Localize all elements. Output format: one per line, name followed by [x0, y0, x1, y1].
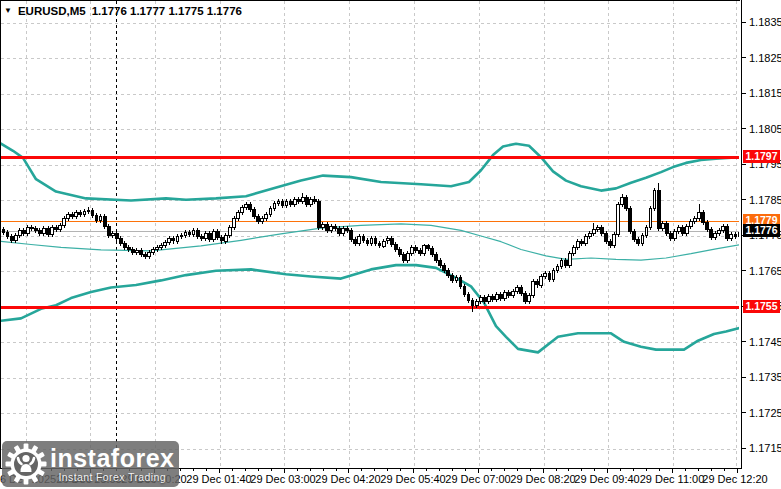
price-chart-canvas[interactable] [1, 1, 739, 468]
candle-body [204, 234, 207, 238]
candle-body [613, 234, 616, 246]
candle-body [59, 225, 62, 229]
candle-body [123, 243, 126, 247]
candle-body [714, 234, 717, 238]
candle-body [18, 231, 21, 236]
time-minor-tick [245, 469, 246, 471]
candle-body [528, 296, 531, 302]
candle-body [702, 213, 705, 223]
candle-body [6, 233, 9, 237]
time-minor-tick [685, 469, 686, 471]
candle-body [253, 209, 256, 216]
candle-body [738, 233, 739, 237]
candle-body [127, 247, 130, 249]
candle-body [366, 240, 369, 244]
candle-body [694, 218, 697, 222]
candle-body [673, 232, 676, 239]
candle-body [39, 231, 42, 234]
candle-body [483, 298, 486, 302]
price-tick [742, 270, 746, 271]
candle-body [277, 201, 280, 203]
time-minor-tick [491, 469, 492, 471]
candle-body [229, 227, 232, 235]
candle-body [572, 247, 575, 253]
candle-body [257, 217, 260, 222]
brand-tagline: Instant Forex Trading [58, 471, 166, 483]
price-tick [742, 199, 746, 200]
candle-body [168, 239, 171, 243]
candle-body [309, 200, 312, 204]
price-tick [742, 57, 746, 58]
candle-body [330, 226, 333, 231]
candle-body [653, 191, 656, 209]
chart-plot-area[interactable] [0, 0, 740, 468]
candle-body [132, 250, 135, 253]
candle-body [475, 301, 478, 305]
symbol-period-label: EURUSD,M5 [18, 5, 86, 17]
candle-body [536, 281, 539, 285]
price-tick [742, 377, 746, 378]
time-axis-label: 29 Dec 04:20 [315, 473, 380, 485]
time-minor-tick [659, 469, 660, 471]
price-tick-label: 1.1785 [749, 194, 781, 206]
price-tick-label: 1.1715 [749, 442, 781, 454]
candle-body [14, 235, 17, 240]
candle-body [301, 198, 304, 202]
candle-body [99, 217, 102, 221]
candle-body [390, 239, 393, 244]
candle-body [625, 198, 628, 209]
candle-body [516, 288, 519, 292]
candle-body [55, 227, 58, 230]
candle-body [63, 218, 66, 225]
time-minor-tick [374, 469, 375, 471]
time-axis-label: 29 Dec 08:20 [510, 473, 575, 485]
price-tick-label: 1.1745 [749, 336, 781, 348]
candle-body [318, 202, 321, 227]
candle-body [730, 235, 733, 239]
candle-body [326, 225, 329, 231]
candle-body [370, 238, 373, 244]
candle-body [313, 200, 316, 202]
candle-body [500, 295, 503, 299]
candle-body [87, 210, 90, 211]
candle-body [22, 231, 25, 234]
candle-body [148, 252, 151, 256]
candle-body [681, 227, 684, 233]
time-axis-label: 29 Dec 07:00 [445, 473, 510, 485]
time-minor-tick [439, 469, 440, 471]
candle-body [382, 241, 385, 246]
candle-body [710, 230, 713, 238]
candle-body [471, 301, 474, 306]
candle-body [406, 254, 409, 260]
time-axis-label: 29 Dec 12:20 [702, 473, 767, 485]
time-minor-tick [426, 469, 427, 471]
candle-body [208, 234, 211, 240]
candle-body [706, 223, 709, 230]
time-minor-tick [724, 469, 725, 471]
candle-body [281, 201, 284, 206]
candle-body [220, 237, 223, 241]
candle-body [601, 227, 604, 233]
candle-body [435, 255, 438, 261]
candle-body [524, 294, 527, 302]
candle-body [415, 247, 418, 251]
candle-body [564, 261, 567, 265]
candle-body [34, 228, 37, 231]
candle-body [597, 227, 600, 230]
candle-body [665, 224, 668, 234]
candle-body [184, 233, 187, 236]
candle-body [411, 247, 414, 253]
price-tick [742, 22, 746, 23]
candle-body [726, 227, 729, 238]
time-minor-tick [180, 469, 181, 471]
time-minor-tick [387, 469, 388, 471]
price-axis[interactable]: 1.18351.18251.18151.18051.17951.17851.17… [741, 0, 781, 469]
candle-body [293, 200, 296, 204]
candle-body [95, 215, 98, 220]
time-minor-tick [271, 469, 272, 471]
chart-title: ▼ EURUSD,M5 1.1776 1.1777 1.1775 1.1776 [4, 5, 242, 17]
chevron-down-icon[interactable]: ▼ [4, 6, 12, 16]
candle-body [67, 214, 70, 218]
candle-body [176, 237, 179, 241]
time-minor-tick [400, 469, 401, 471]
